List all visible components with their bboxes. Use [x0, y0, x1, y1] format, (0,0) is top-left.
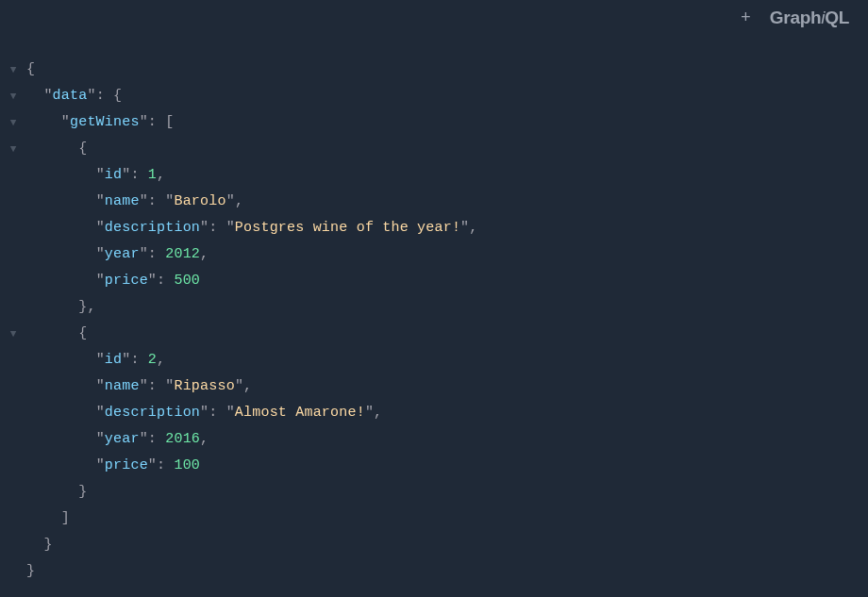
json-key: name [105, 378, 140, 394]
code-line: ▼ "getWines": [ [0, 109, 868, 136]
code-line: ▼ "data": { [0, 83, 868, 109]
brace-open: { [113, 88, 122, 104]
code-line: ▼ { [0, 136, 868, 162]
brace-open: { [78, 325, 87, 341]
json-key: id [105, 167, 122, 183]
code-line: } [0, 479, 868, 506]
header: + GraphiQL [0, 0, 868, 36]
code-line: "price": 500 [0, 268, 868, 294]
code-line: "description": "Postgres wine of the yea… [0, 215, 868, 241]
json-number: 2 [148, 352, 157, 368]
json-string: Postgres wine of the year! [235, 220, 460, 236]
brace-close: } [78, 484, 87, 500]
logo-part3: QL [825, 8, 849, 27]
json-key: year [105, 431, 140, 447]
add-tab-button[interactable]: + [741, 8, 751, 27]
code-line: "year": 2012, [0, 241, 868, 268]
json-number: 1 [148, 167, 157, 183]
json-string: Almost Amarone! [235, 405, 365, 421]
json-key: id [105, 352, 122, 368]
fold-toggle[interactable]: ▼ [0, 109, 26, 136]
json-key: description [105, 220, 200, 236]
json-string: Barolo [174, 193, 225, 209]
json-key: getWines [70, 114, 140, 130]
json-number: 100 [174, 457, 200, 473]
json-string: Ripasso [174, 378, 234, 394]
code-line: ▼ { [0, 57, 868, 83]
code-line: } [0, 558, 868, 585]
code-line: "name": "Ripasso", [0, 373, 868, 400]
json-key: price [105, 273, 148, 289]
fold-toggle[interactable]: ▼ [0, 321, 26, 347]
json-key: year [105, 246, 140, 262]
logo-part1: Graph [770, 8, 821, 27]
code-line: "id": 1, [0, 162, 868, 189]
bracket-close: ] [61, 510, 70, 526]
fold-toggle[interactable]: ▼ [0, 57, 26, 83]
brace-close: } [26, 563, 35, 579]
response-pane: ▼ { ▼ "data": { ▼ "getWines": [ ▼ { "id"… [0, 36, 868, 585]
code-line: } [0, 532, 868, 558]
json-number: 2012 [165, 246, 200, 262]
json-number: 500 [174, 273, 200, 289]
code-line: "description": "Almost Amarone!", [0, 400, 868, 426]
code-line: "price": 100 [0, 453, 868, 479]
json-key: price [105, 457, 148, 473]
code-line: ] [0, 506, 868, 532]
brace-open: { [78, 141, 87, 157]
json-number: 2016 [165, 431, 200, 447]
code-line: ▼ { [0, 321, 868, 347]
fold-toggle[interactable]: ▼ [0, 83, 26, 109]
graphiql-logo: GraphiQL [770, 8, 849, 28]
bracket-open: [ [165, 114, 174, 130]
code-line: "name": "Barolo", [0, 189, 868, 215]
brace-open: { [26, 61, 35, 77]
json-key: description [105, 405, 200, 421]
json-key: name [105, 193, 140, 209]
fold-toggle[interactable]: ▼ [0, 136, 26, 162]
code-line: "id": 2, [0, 347, 868, 373]
code-line: }, [0, 294, 868, 321]
json-key: data [53, 88, 88, 104]
brace-close: } [43, 537, 52, 553]
code-line: "year": 2016, [0, 426, 868, 453]
